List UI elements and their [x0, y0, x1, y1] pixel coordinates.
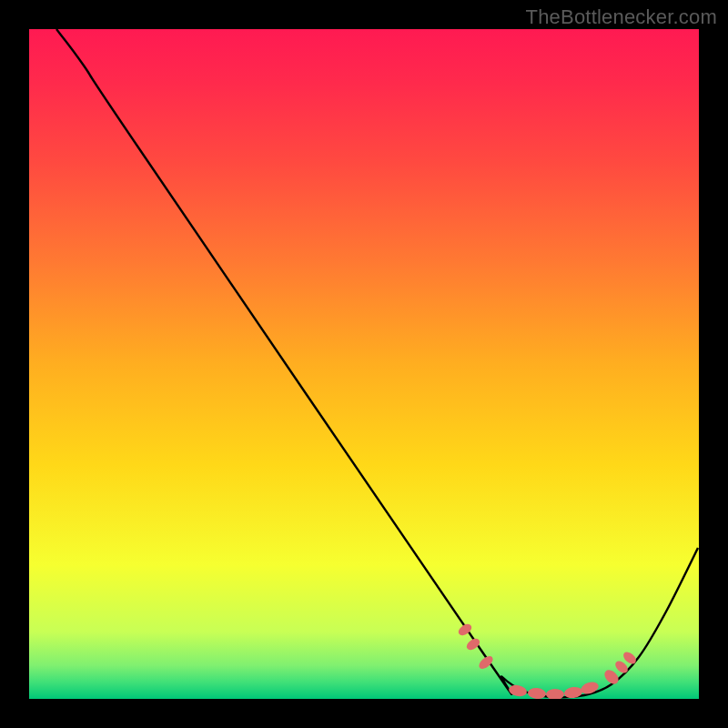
- chart-canvas: [29, 29, 699, 699]
- gradient-background: [29, 29, 699, 699]
- chart-frame: TheBottlenecker.com: [0, 0, 728, 728]
- plot-area: [29, 29, 699, 699]
- watermark-text: TheBottlenecker.com: [526, 5, 717, 29]
